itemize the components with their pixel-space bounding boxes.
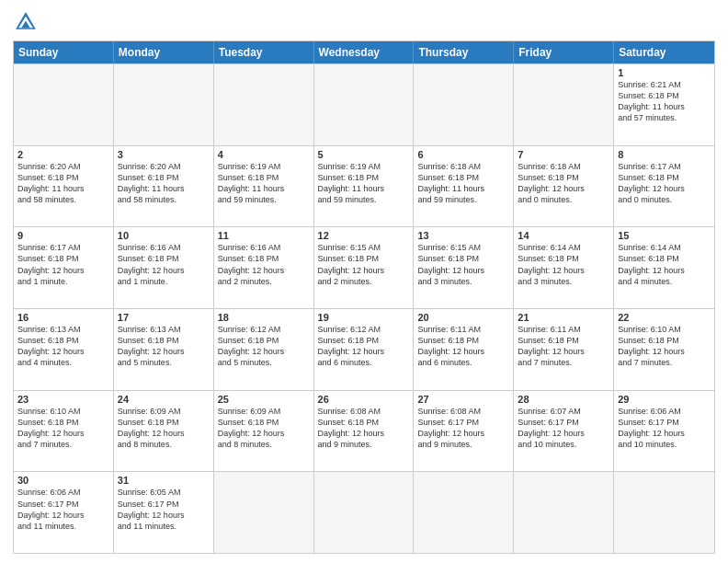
calendar-cell: 11Sunrise: 6:16 AM Sunset: 6:18 PM Dayli…	[214, 227, 314, 308]
day-info: Sunrise: 6:09 AM Sunset: 6:18 PM Dayligh…	[218, 406, 310, 451]
day-number: 27	[417, 394, 509, 405]
day-number: 5	[318, 149, 410, 160]
day-number: 15	[618, 230, 711, 241]
calendar-cell: 9Sunrise: 6:17 AM Sunset: 6:18 PM Daylig…	[14, 227, 114, 308]
day-number: 23	[17, 394, 109, 405]
calendar-cell: 19Sunrise: 6:12 AM Sunset: 6:18 PM Dayli…	[314, 309, 415, 390]
day-info: Sunrise: 6:19 AM Sunset: 6:18 PM Dayligh…	[318, 161, 410, 206]
day-number: 30	[17, 475, 109, 486]
day-info: Sunrise: 6:08 AM Sunset: 6:18 PM Dayligh…	[318, 406, 410, 451]
day-number: 9	[17, 230, 109, 241]
calendar-cell: 4Sunrise: 6:19 AM Sunset: 6:18 PM Daylig…	[214, 146, 314, 227]
calendar-cell	[414, 64, 514, 145]
logo	[13, 9, 42, 35]
day-number: 26	[318, 394, 410, 405]
calendar-cell	[514, 472, 614, 553]
calendar-cell: 2Sunrise: 6:20 AM Sunset: 6:18 PM Daylig…	[14, 146, 114, 227]
day-info: Sunrise: 6:09 AM Sunset: 6:18 PM Dayligh…	[118, 406, 210, 451]
day-info: Sunrise: 6:05 AM Sunset: 6:17 PM Dayligh…	[118, 487, 210, 532]
day-info: Sunrise: 6:17 AM Sunset: 6:18 PM Dayligh…	[618, 161, 711, 206]
page: SundayMondayTuesdayWednesdayThursdayFrid…	[0, 0, 728, 563]
calendar-cell: 16Sunrise: 6:13 AM Sunset: 6:18 PM Dayli…	[14, 309, 114, 390]
day-number: 13	[417, 230, 509, 241]
calendar-cell: 5Sunrise: 6:19 AM Sunset: 6:18 PM Daylig…	[314, 146, 415, 227]
calendar-row-2: 9Sunrise: 6:17 AM Sunset: 6:18 PM Daylig…	[14, 226, 714, 308]
calendar-row-4: 23Sunrise: 6:10 AM Sunset: 6:18 PM Dayli…	[14, 390, 714, 472]
day-number: 18	[218, 312, 310, 323]
calendar: SundayMondayTuesdayWednesdayThursdayFrid…	[13, 40, 715, 554]
day-info: Sunrise: 6:10 AM Sunset: 6:18 PM Dayligh…	[17, 406, 109, 451]
day-number: 12	[318, 230, 410, 241]
day-info: Sunrise: 6:18 AM Sunset: 6:18 PM Dayligh…	[417, 161, 509, 206]
calendar-row-1: 2Sunrise: 6:20 AM Sunset: 6:18 PM Daylig…	[14, 145, 714, 227]
calendar-header-thursday: Thursday	[414, 41, 514, 63]
calendar-cell: 26Sunrise: 6:08 AM Sunset: 6:18 PM Dayli…	[314, 391, 415, 472]
day-info: Sunrise: 6:14 AM Sunset: 6:18 PM Dayligh…	[518, 242, 609, 287]
calendar-cell: 24Sunrise: 6:09 AM Sunset: 6:18 PM Dayli…	[114, 391, 214, 472]
calendar-header-tuesday: Tuesday	[214, 41, 314, 63]
day-number: 4	[218, 149, 310, 160]
day-info: Sunrise: 6:20 AM Sunset: 6:18 PM Dayligh…	[17, 161, 109, 206]
calendar-cell	[314, 472, 415, 553]
calendar-header-sunday: Sunday	[14, 41, 114, 63]
calendar-cell: 17Sunrise: 6:13 AM Sunset: 6:18 PM Dayli…	[114, 309, 214, 390]
day-info: Sunrise: 6:08 AM Sunset: 6:17 PM Dayligh…	[417, 406, 509, 451]
calendar-cell: 8Sunrise: 6:17 AM Sunset: 6:18 PM Daylig…	[614, 146, 714, 227]
day-info: Sunrise: 6:16 AM Sunset: 6:18 PM Dayligh…	[218, 242, 310, 287]
day-info: Sunrise: 6:07 AM Sunset: 6:17 PM Dayligh…	[518, 406, 609, 451]
day-number: 7	[518, 149, 609, 160]
calendar-cell: 23Sunrise: 6:10 AM Sunset: 6:18 PM Dayli…	[14, 391, 114, 472]
calendar-header-wednesday: Wednesday	[314, 41, 415, 63]
calendar-cell: 28Sunrise: 6:07 AM Sunset: 6:17 PM Dayli…	[514, 391, 614, 472]
day-number: 11	[218, 230, 310, 241]
day-number: 14	[518, 230, 609, 241]
day-number: 16	[17, 312, 109, 323]
calendar-cell: 31Sunrise: 6:05 AM Sunset: 6:17 PM Dayli…	[114, 472, 214, 553]
calendar-cell: 6Sunrise: 6:18 AM Sunset: 6:18 PM Daylig…	[414, 146, 514, 227]
calendar-cell	[14, 64, 114, 145]
calendar-cell: 21Sunrise: 6:11 AM Sunset: 6:18 PM Dayli…	[514, 309, 614, 390]
day-info: Sunrise: 6:20 AM Sunset: 6:18 PM Dayligh…	[118, 161, 210, 206]
day-info: Sunrise: 6:15 AM Sunset: 6:18 PM Dayligh…	[318, 242, 410, 287]
calendar-cell: 1Sunrise: 6:21 AM Sunset: 6:18 PM Daylig…	[614, 64, 714, 145]
calendar-cell: 29Sunrise: 6:06 AM Sunset: 6:17 PM Dayli…	[614, 391, 714, 472]
day-number: 24	[118, 394, 210, 405]
day-info: Sunrise: 6:12 AM Sunset: 6:18 PM Dayligh…	[218, 324, 310, 369]
day-info: Sunrise: 6:16 AM Sunset: 6:18 PM Dayligh…	[118, 242, 210, 287]
calendar-cell: 15Sunrise: 6:14 AM Sunset: 6:18 PM Dayli…	[614, 227, 714, 308]
day-number: 1	[618, 67, 711, 78]
calendar-cell	[314, 64, 415, 145]
calendar-header-row: SundayMondayTuesdayWednesdayThursdayFrid…	[14, 41, 714, 63]
day-number: 6	[417, 149, 509, 160]
calendar-header-friday: Friday	[514, 41, 614, 63]
day-info: Sunrise: 6:13 AM Sunset: 6:18 PM Dayligh…	[17, 324, 109, 369]
calendar-cell	[214, 472, 314, 553]
calendar-body: 1Sunrise: 6:21 AM Sunset: 6:18 PM Daylig…	[14, 63, 714, 553]
calendar-cell: 30Sunrise: 6:06 AM Sunset: 6:17 PM Dayli…	[14, 472, 114, 553]
day-number: 2	[17, 149, 109, 160]
day-info: Sunrise: 6:13 AM Sunset: 6:18 PM Dayligh…	[118, 324, 210, 369]
day-info: Sunrise: 6:12 AM Sunset: 6:18 PM Dayligh…	[318, 324, 410, 369]
day-number: 28	[518, 394, 609, 405]
day-info: Sunrise: 6:14 AM Sunset: 6:18 PM Dayligh…	[618, 242, 711, 287]
calendar-cell: 27Sunrise: 6:08 AM Sunset: 6:17 PM Dayli…	[414, 391, 514, 472]
day-info: Sunrise: 6:17 AM Sunset: 6:18 PM Dayligh…	[17, 242, 109, 287]
day-number: 21	[518, 312, 609, 323]
day-number: 31	[118, 475, 210, 486]
day-number: 10	[118, 230, 210, 241]
calendar-cell: 14Sunrise: 6:14 AM Sunset: 6:18 PM Dayli…	[514, 227, 614, 308]
calendar-cell: 13Sunrise: 6:15 AM Sunset: 6:18 PM Dayli…	[414, 227, 514, 308]
calendar-cell	[214, 64, 314, 145]
calendar-cell	[114, 64, 214, 145]
day-info: Sunrise: 6:18 AM Sunset: 6:18 PM Dayligh…	[518, 161, 609, 206]
calendar-cell: 10Sunrise: 6:16 AM Sunset: 6:18 PM Dayli…	[114, 227, 214, 308]
calendar-row-5: 30Sunrise: 6:06 AM Sunset: 6:17 PM Dayli…	[14, 471, 714, 553]
day-info: Sunrise: 6:19 AM Sunset: 6:18 PM Dayligh…	[218, 161, 310, 206]
calendar-header-monday: Monday	[114, 41, 214, 63]
day-number: 19	[318, 312, 410, 323]
day-number: 17	[118, 312, 210, 323]
calendar-row-3: 16Sunrise: 6:13 AM Sunset: 6:18 PM Dayli…	[14, 308, 714, 390]
calendar-cell: 7Sunrise: 6:18 AM Sunset: 6:18 PM Daylig…	[514, 146, 614, 227]
calendar-cell: 22Sunrise: 6:10 AM Sunset: 6:18 PM Dayli…	[614, 309, 714, 390]
day-info: Sunrise: 6:11 AM Sunset: 6:18 PM Dayligh…	[518, 324, 609, 369]
